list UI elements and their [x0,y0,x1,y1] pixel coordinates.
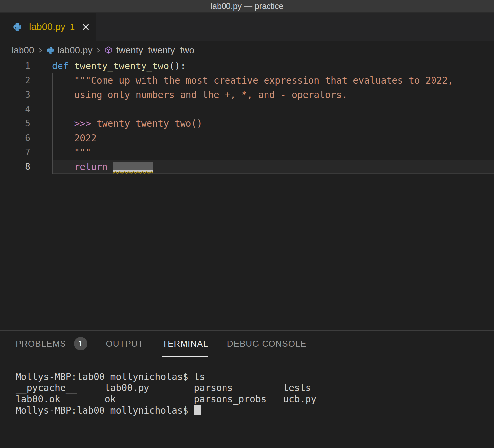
tab-filename: lab00.py [29,22,65,32]
line-number[interactable]: 3 [0,88,30,102]
panel-tab-label: DEBUG CONSOLE [227,339,307,349]
bottom-panel: PROBLEMS1OUTPUTTERMINALDEBUG CONSOLE Mol… [0,331,494,448]
code-token [69,61,74,71]
code-content[interactable]: def twenty_twenty_two(): [52,59,494,73]
code-line[interactable]: 2 """Come up with the most creative expr… [0,73,494,88]
terminal-line: lab00.ok ok parsons_probs ucb.py [16,394,494,405]
title-bar: lab00.py — practice [0,0,494,13]
code-token: """Come up with the most creative expres… [74,75,453,86]
code-token: def [52,61,69,71]
panel-tab-debug-console[interactable]: DEBUG CONSOLE [227,331,307,357]
code-token: >>> [74,118,91,129]
tab-problem-count: 1 [70,22,75,32]
panel-tab-problems[interactable]: PROBLEMS1 [16,331,87,357]
line-number[interactable]: 6 [0,131,30,146]
code-content[interactable]: """ [52,145,494,160]
symbol-cube-icon [104,46,113,55]
panel-tab-label: OUTPUT [106,339,144,349]
tab-strip: lab00.py 1 [0,13,494,41]
panel-tab-label: TERMINAL [162,339,208,349]
code-token: return [74,161,107,172]
line-number[interactable]: 7 [0,145,30,160]
editor-lines: 1def twenty_twenty_two():2 """Come up wi… [0,59,494,174]
code-content[interactable]: using only numbers and the +, *, and - o… [52,88,494,102]
code-line[interactable]: 6 2022 [0,131,494,146]
breadcrumb: lab00 lab00.py twenty_twenty_two [0,41,494,59]
warning-squiggle-icon [113,171,153,174]
python-icon [46,46,55,54]
panel-tab-label: PROBLEMS [16,339,66,349]
code-token [52,147,74,158]
panel-tabs: PROBLEMS1OUTPUTTERMINALDEBUG CONSOLE [0,331,494,357]
breadcrumb-symbol[interactable]: twenty_twenty_two [116,45,194,56]
code-token [52,89,74,100]
code-line[interactable]: 4 [0,102,494,117]
code-line[interactable]: 3 using only numbers and the +, *, and -… [0,88,494,102]
code-line[interactable]: 1def twenty_twenty_two(): [0,59,494,73]
tab-lab00py[interactable]: lab00.py 1 [0,13,96,41]
breadcrumb-folder[interactable]: lab00 [12,45,34,56]
vscode-window: lab00.py — practice lab00.py 1 lab00 [0,0,494,448]
code-token [52,118,74,129]
editor[interactable]: 1def twenty_twenty_two():2 """Come up wi… [0,59,494,330]
terminal-line: __pycache__ lab00.py parsons tests [16,382,494,394]
close-icon[interactable] [81,23,90,31]
code-token: """ [74,147,91,158]
code-token: twenty_twenty_two [74,61,169,71]
line-number[interactable]: 1 [0,59,30,73]
window-title: lab00.py — practice [211,1,284,11]
line-number[interactable]: 5 [0,116,30,131]
python-icon [13,22,22,32]
code-content[interactable]: """Come up with the most creative expres… [52,73,494,88]
code-content[interactable]: return [52,160,494,174]
code-token [52,133,74,144]
code-token: (): [169,61,186,71]
code-line[interactable]: 8 return [0,160,494,174]
chevron-right-icon [96,46,101,54]
terminal-line: Mollys-MBP:lab00 mollynicholas$ ls [16,371,494,382]
terminal-output[interactable]: Mollys-MBP:lab00 mollynicholas$ ls__pyca… [0,357,494,448]
code-token [91,118,97,129]
breadcrumb-file[interactable]: lab00.py [58,45,93,56]
code-content[interactable]: 2022 [52,131,494,146]
code-token [52,75,74,86]
panel-tab-terminal[interactable]: TERMINAL [162,331,208,357]
terminal-cursor [194,405,201,415]
line-number[interactable]: 4 [0,102,30,117]
panel-tab-output[interactable]: OUTPUT [106,331,144,357]
chevron-right-icon [38,46,43,54]
code-content[interactable]: >>> twenty_twenty_two() [52,116,494,131]
line-number[interactable]: 8 [0,160,30,174]
snippet-placeholder-box[interactable] [113,162,153,172]
terminal-line: Mollys-MBP:lab00 mollynicholas$ [16,405,494,416]
line-number[interactable]: 2 [0,73,30,88]
problems-count-badge: 1 [74,337,87,350]
code-line[interactable]: 5 >>> twenty_twenty_two() [0,116,494,131]
code-content[interactable] [52,102,494,117]
code-token: twenty_twenty_two() [97,118,202,129]
code-token: using only numbers and the +, *, and - o… [74,89,347,100]
code-token [108,161,113,172]
code-line[interactable]: 7 """ [0,145,494,160]
code-token [52,161,74,172]
code-token: 2022 [74,133,96,144]
